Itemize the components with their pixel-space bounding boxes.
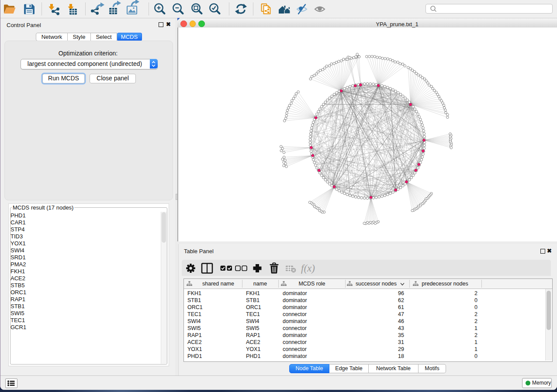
svg-text:f(x): f(x) <box>301 263 315 274</box>
